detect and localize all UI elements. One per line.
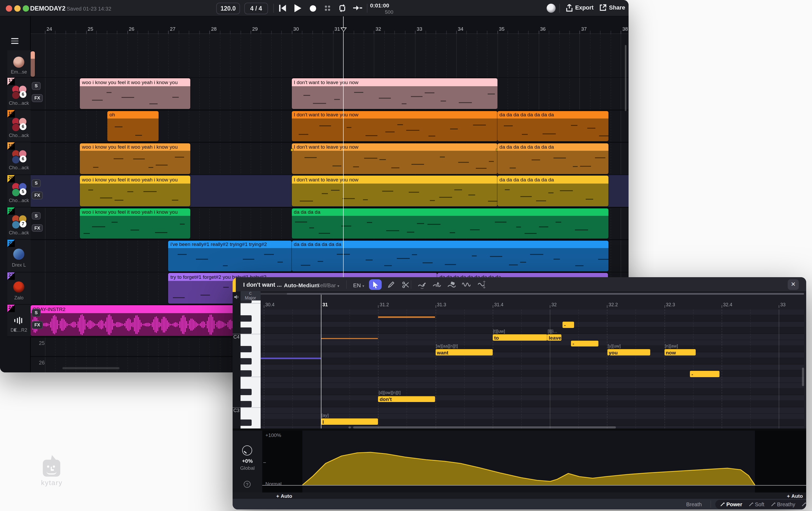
zoom-scroll-strip[interactable] [260,293,804,295]
metronome-dots-icon[interactable] [325,5,330,11]
share-button[interactable]: Share [609,4,625,10]
auto-button-right[interactable]: ✦ Auto [787,493,803,499]
grid-setting-select[interactable]: Cell/Bar ▾ [316,282,339,288]
solo-button[interactable]: S [32,212,41,219]
sing-mode-select[interactable]: Auto-Medium [284,282,319,288]
export-button[interactable]: Export [575,4,594,10]
note[interactable]: I [321,419,378,425]
voice-mode-chest[interactable]: Chest [802,501,806,507]
window-topbar: DEMODAY2 Saved 01-23 14:32 120.0 4 / 4 0… [0,0,629,17]
note-grid[interactable]: I[ay]don't[d][ow][n][t]want[w][aa][n][t]… [260,310,804,429]
solo-button[interactable]: S [32,179,41,187]
playhead-marker[interactable] [340,27,347,35]
time-signature-field[interactable]: 4 / 4 [244,2,268,14]
close-window-button[interactable] [6,5,12,11]
pitch-pen-tool-button[interactable] [415,279,428,290]
note[interactable]: now [664,349,695,355]
fx-button[interactable]: FX [32,191,43,199]
pitch-anchor-tool-button[interactable] [430,279,443,290]
help-icon[interactable]: ? [244,481,251,488]
ghost-note [321,338,378,339]
pr-grid-line [550,310,550,429]
voice-mode-breathy[interactable]: Breathy [771,501,795,507]
note[interactable]: - [571,341,599,347]
octave-label: C4 [233,334,239,340]
pr-ruler-tick [664,305,665,308]
note[interactable]: you [607,349,650,355]
note[interactable]: to [493,334,547,341]
grid-row [260,358,804,365]
vibrato-tool-button[interactable] [460,279,473,290]
note[interactable]: don't [378,396,435,402]
solo-button[interactable]: S [32,82,41,90]
zoom-window-button[interactable] [23,5,29,11]
pr-grid-line [636,310,636,429]
solo-button[interactable]: S [32,309,41,317]
track-header[interactable]: 24DE...R2 [7,305,30,337]
track-header[interactable]: 186Cho...ack [7,110,30,142]
vertical-scrollbar[interactable] [625,45,627,111]
pr-ruler-label: 31.2 [380,302,389,307]
piano-roll-horizontal-scrollbar[interactable] [353,426,616,429]
track-header[interactable]: 196Cho...ack [7,142,30,175]
time-main: 0:01:00 [370,2,393,8]
minimize-window-button[interactable] [14,5,21,11]
note[interactable]: want [435,349,492,355]
track-headers: Em...se176Cho...ack186Cho...ack196Cho...… [0,17,30,372]
pitch-smooth-tool-button[interactable] [475,279,488,290]
time-display[interactable]: 0:01:00 500 [370,2,393,15]
pr-ruler-label: 30.4 [265,302,274,307]
note[interactable]: - [562,322,574,328]
note[interactable]: leave [547,334,561,341]
tempo-field[interactable]: 120.0 [216,2,240,14]
skip-back-icon[interactable] [279,5,287,11]
track-header[interactable]: 23Zalo [7,272,30,305]
pr-grid-line [521,310,522,429]
note[interactable]: - [690,371,720,377]
parameter-envelope-area[interactable]: +100% Normal [262,431,806,492]
language-select[interactable]: EN ▾ [353,282,364,288]
scissors-tool-button[interactable] [399,279,412,290]
track-header[interactable]: 205Cho...ack [7,175,30,207]
parameter-controls: +0% Global ? [233,431,262,492]
piano-roll-playhead[interactable] [321,295,321,429]
logo-eye [47,465,49,467]
track-name: Cho...ack [7,230,30,235]
pr-ruler-tick [378,305,379,308]
auto-button-left[interactable]: ✦ Auto [276,493,292,499]
share-icon[interactable] [600,4,606,11]
follow-playhead-icon[interactable] [353,5,362,10]
horizontal-scrollbar[interactable] [62,367,119,369]
pitch-eraser-tool-button[interactable] [445,279,458,290]
cursor-tool-button[interactable] [369,279,382,290]
play-button[interactable] [294,4,301,12]
track-header[interactable]: Em...se [7,50,30,78]
piano-roll-vertical-scrollbar[interactable] [802,368,804,386]
voice-mode-power[interactable]: Power [721,501,742,507]
scroll-dot[interactable] [348,426,351,429]
pr-ruler-tick [779,305,779,308]
pr-ruler-label: 31 [322,302,328,307]
loop-icon[interactable] [338,4,346,12]
fx-button[interactable]: FX [32,321,43,329]
fx-button[interactable]: FX [32,95,43,102]
parameter-tab-breath[interactable]: Breath [686,502,702,507]
track-header[interactable]: 22Drex L [7,240,30,272]
export-icon[interactable] [566,4,573,11]
piano-roll-ruler[interactable]: 30.43131.231.331.43232.232.332.433 [260,295,804,310]
parameter-knob[interactable] [242,446,252,455]
time-sub: 500 [370,9,393,15]
singer-count-badge: 6 [20,91,26,98]
grid-row [260,352,804,358]
envelope-baseline [262,485,806,485]
voice-mode-soft[interactable]: Soft [749,501,764,507]
pencil-tool-button[interactable] [385,279,398,290]
record-button[interactable] [310,5,316,11]
track-name: Cho...ack [7,165,30,170]
track-header[interactable]: 176Cho...ack [7,78,30,110]
fx-button[interactable]: FX [32,224,43,232]
close-icon[interactable]: ✕ [788,279,799,290]
track-header[interactable]: 217Cho...ack [7,207,30,240]
ghost-note [378,316,435,318]
user-avatar[interactable] [547,4,556,13]
